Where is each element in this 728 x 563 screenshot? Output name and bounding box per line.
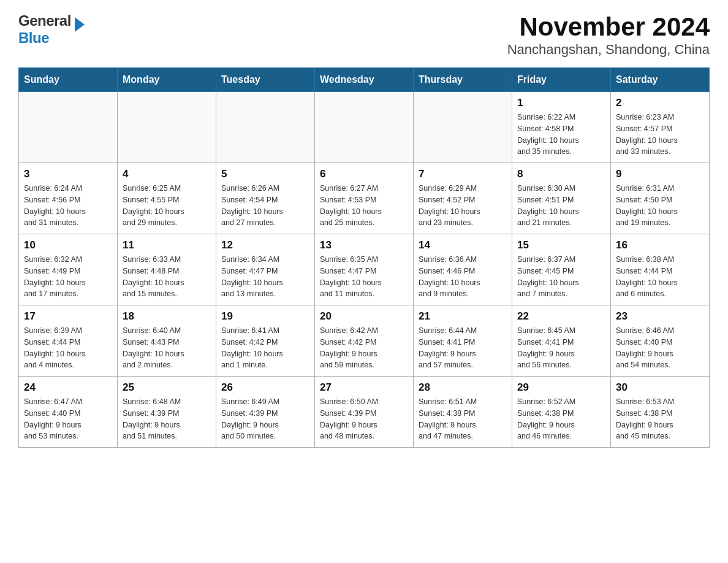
logo-blue: Blue	[18, 29, 71, 47]
calendar-cell	[315, 92, 414, 163]
calendar-cell: 29Sunrise: 6:52 AM Sunset: 4:38 PM Dayli…	[512, 377, 611, 448]
calendar-cell: 30Sunrise: 6:53 AM Sunset: 4:38 PM Dayli…	[611, 377, 710, 448]
weekday-header-friday: Friday	[512, 68, 611, 92]
calendar-cell: 22Sunrise: 6:45 AM Sunset: 4:41 PM Dayli…	[512, 305, 611, 377]
calendar-cell	[216, 92, 315, 163]
day-info: Sunrise: 6:22 AM Sunset: 4:58 PM Dayligh…	[517, 112, 605, 158]
day-info: Sunrise: 6:33 AM Sunset: 4:48 PM Dayligh…	[123, 254, 211, 300]
day-info: Sunrise: 6:31 AM Sunset: 4:50 PM Dayligh…	[616, 183, 704, 229]
day-number: 24	[24, 381, 112, 394]
weekday-header-wednesday: Wednesday	[315, 68, 414, 92]
calendar-title: November 2024	[507, 12, 710, 42]
calendar-cell: 18Sunrise: 6:40 AM Sunset: 4:43 PM Dayli…	[118, 305, 216, 377]
day-info: Sunrise: 6:39 AM Sunset: 4:44 PM Dayligh…	[24, 325, 112, 371]
day-number: 27	[320, 381, 408, 394]
day-info: Sunrise: 6:26 AM Sunset: 4:54 PM Dayligh…	[221, 183, 309, 229]
calendar-body: 1Sunrise: 6:22 AM Sunset: 4:58 PM Daylig…	[19, 92, 710, 448]
day-number: 6	[320, 168, 408, 180]
logo: General Blue	[18, 12, 71, 47]
calendar-cell: 14Sunrise: 6:36 AM Sunset: 4:46 PM Dayli…	[414, 234, 512, 305]
day-number: 11	[123, 239, 211, 251]
day-number: 28	[419, 381, 507, 394]
calendar-cell: 5Sunrise: 6:26 AM Sunset: 4:54 PM Daylig…	[216, 163, 315, 234]
day-number: 15	[517, 239, 605, 251]
day-info: Sunrise: 6:47 AM Sunset: 4:40 PM Dayligh…	[24, 396, 112, 442]
day-number: 20	[320, 310, 408, 323]
calendar-table: SundayMondayTuesdayWednesdayThursdayFrid…	[18, 67, 710, 448]
calendar-cell: 16Sunrise: 6:38 AM Sunset: 4:44 PM Dayli…	[611, 234, 710, 305]
day-info: Sunrise: 6:23 AM Sunset: 4:57 PM Dayligh…	[616, 112, 704, 158]
calendar-week-2: 3Sunrise: 6:24 AM Sunset: 4:56 PM Daylig…	[19, 163, 710, 234]
day-number: 10	[24, 239, 112, 251]
calendar-cell: 27Sunrise: 6:50 AM Sunset: 4:39 PM Dayli…	[315, 377, 414, 448]
calendar-week-4: 17Sunrise: 6:39 AM Sunset: 4:44 PM Dayli…	[19, 305, 710, 377]
day-number: 30	[616, 381, 704, 394]
calendar-cell: 17Sunrise: 6:39 AM Sunset: 4:44 PM Dayli…	[19, 305, 118, 377]
calendar-header: SundayMondayTuesdayWednesdayThursdayFrid…	[19, 68, 710, 92]
day-number: 22	[517, 310, 605, 323]
day-info: Sunrise: 6:38 AM Sunset: 4:44 PM Dayligh…	[616, 254, 704, 300]
weekday-header-saturday: Saturday	[611, 68, 710, 92]
calendar-cell: 11Sunrise: 6:33 AM Sunset: 4:48 PM Dayli…	[118, 234, 216, 305]
day-number: 13	[320, 239, 408, 251]
calendar-cell: 21Sunrise: 6:44 AM Sunset: 4:41 PM Dayli…	[414, 305, 512, 377]
day-number: 7	[419, 168, 507, 180]
day-number: 25	[123, 381, 211, 394]
calendar-cell: 28Sunrise: 6:51 AM Sunset: 4:38 PM Dayli…	[414, 377, 512, 448]
day-info: Sunrise: 6:49 AM Sunset: 4:39 PM Dayligh…	[221, 396, 309, 442]
calendar-cell: 15Sunrise: 6:37 AM Sunset: 4:45 PM Dayli…	[512, 234, 611, 305]
day-info: Sunrise: 6:50 AM Sunset: 4:39 PM Dayligh…	[320, 396, 408, 442]
calendar-cell: 13Sunrise: 6:35 AM Sunset: 4:47 PM Dayli…	[315, 234, 414, 305]
day-number: 21	[419, 310, 507, 323]
logo-general: General	[18, 12, 71, 29]
calendar-cell: 10Sunrise: 6:32 AM Sunset: 4:49 PM Dayli…	[19, 234, 118, 305]
day-info: Sunrise: 6:36 AM Sunset: 4:46 PM Dayligh…	[419, 254, 507, 300]
calendar-cell: 20Sunrise: 6:42 AM Sunset: 4:42 PM Dayli…	[315, 305, 414, 377]
weekday-header-monday: Monday	[118, 68, 216, 92]
day-number: 18	[123, 310, 211, 323]
day-info: Sunrise: 6:29 AM Sunset: 4:52 PM Dayligh…	[419, 183, 507, 229]
calendar-cell	[118, 92, 216, 163]
weekday-header-row: SundayMondayTuesdayWednesdayThursdayFrid…	[19, 68, 710, 92]
calendar-cell: 19Sunrise: 6:41 AM Sunset: 4:42 PM Dayli…	[216, 305, 315, 377]
day-number: 4	[123, 168, 211, 180]
calendar-cell: 3Sunrise: 6:24 AM Sunset: 4:56 PM Daylig…	[19, 163, 118, 234]
day-number: 26	[221, 381, 309, 394]
calendar-cell: 26Sunrise: 6:49 AM Sunset: 4:39 PM Dayli…	[216, 377, 315, 448]
title-block: November 2024 Nanchangshan, Shandong, Ch…	[507, 12, 710, 58]
day-info: Sunrise: 6:27 AM Sunset: 4:53 PM Dayligh…	[320, 183, 408, 229]
day-info: Sunrise: 6:52 AM Sunset: 4:38 PM Dayligh…	[517, 396, 605, 442]
day-number: 14	[419, 239, 507, 251]
day-info: Sunrise: 6:35 AM Sunset: 4:47 PM Dayligh…	[320, 254, 408, 300]
day-info: Sunrise: 6:53 AM Sunset: 4:38 PM Dayligh…	[616, 396, 704, 442]
calendar-cell: 4Sunrise: 6:25 AM Sunset: 4:55 PM Daylig…	[118, 163, 216, 234]
day-number: 2	[616, 97, 704, 109]
calendar-cell: 2Sunrise: 6:23 AM Sunset: 4:57 PM Daylig…	[611, 92, 710, 163]
day-info: Sunrise: 6:37 AM Sunset: 4:45 PM Dayligh…	[517, 254, 605, 300]
day-number: 3	[24, 168, 112, 180]
calendar-cell: 12Sunrise: 6:34 AM Sunset: 4:47 PM Dayli…	[216, 234, 315, 305]
day-info: Sunrise: 6:42 AM Sunset: 4:42 PM Dayligh…	[320, 325, 408, 371]
day-info: Sunrise: 6:41 AM Sunset: 4:42 PM Dayligh…	[221, 325, 309, 371]
calendar-cell	[19, 92, 118, 163]
calendar-cell: 1Sunrise: 6:22 AM Sunset: 4:58 PM Daylig…	[512, 92, 611, 163]
day-info: Sunrise: 6:51 AM Sunset: 4:38 PM Dayligh…	[419, 396, 507, 442]
day-number: 9	[616, 168, 704, 180]
day-info: Sunrise: 6:24 AM Sunset: 4:56 PM Dayligh…	[24, 183, 112, 229]
day-number: 19	[221, 310, 309, 323]
day-info: Sunrise: 6:30 AM Sunset: 4:51 PM Dayligh…	[517, 183, 605, 229]
day-info: Sunrise: 6:32 AM Sunset: 4:49 PM Dayligh…	[24, 254, 112, 300]
weekday-header-sunday: Sunday	[19, 68, 118, 92]
calendar-cell: 6Sunrise: 6:27 AM Sunset: 4:53 PM Daylig…	[315, 163, 414, 234]
day-info: Sunrise: 6:45 AM Sunset: 4:41 PM Dayligh…	[517, 325, 605, 371]
calendar-week-5: 24Sunrise: 6:47 AM Sunset: 4:40 PM Dayli…	[19, 377, 710, 448]
day-number: 1	[517, 97, 605, 109]
calendar-subtitle: Nanchangshan, Shandong, China	[507, 42, 710, 58]
calendar-week-3: 10Sunrise: 6:32 AM Sunset: 4:49 PM Dayli…	[19, 234, 710, 305]
day-info: Sunrise: 6:44 AM Sunset: 4:41 PM Dayligh…	[419, 325, 507, 371]
day-number: 17	[24, 310, 112, 323]
calendar-cell	[414, 92, 512, 163]
day-number: 12	[221, 239, 309, 251]
day-number: 5	[221, 168, 309, 180]
day-number: 16	[616, 239, 704, 251]
